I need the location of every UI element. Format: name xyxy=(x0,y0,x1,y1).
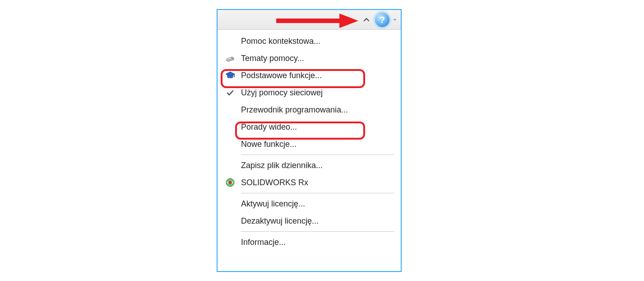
help-menu: Pomoc kontekstowa... Tematy pomocy... xyxy=(218,30,401,253)
menu-item-help-topics[interactable]: Tematy pomocy... xyxy=(218,50,401,67)
blank-icon xyxy=(222,138,238,150)
help-menu-window: ? Pomoc kontekstowa... xyxy=(217,9,402,272)
blank-icon xyxy=(222,35,238,47)
menu-item-video-tips[interactable]: Porady wideo... xyxy=(218,118,401,136)
menu-item-solidworks-rx[interactable]: SOLIDWORKS Rx xyxy=(218,174,401,191)
book-icon xyxy=(222,52,238,65)
menu-separator xyxy=(241,155,394,155)
menu-item-deactivate-license[interactable]: Dezaktywuj licencję... xyxy=(218,212,401,229)
chevron-down-icon xyxy=(393,18,397,22)
menu-item-label: Użyj pomocy sieciowej xyxy=(238,88,323,98)
blank-icon xyxy=(222,121,238,133)
menu-item-basic-functions[interactable]: Podstawowe funkcje... xyxy=(218,67,401,84)
question-mark-icon: ? xyxy=(380,14,385,25)
menu-separator xyxy=(241,231,394,232)
menu-item-programming-guide[interactable]: Przewodnik programowania... xyxy=(218,101,401,118)
help-button[interactable]: ? xyxy=(375,12,390,28)
menu-item-label: Nowe funkcje... xyxy=(238,140,297,149)
blank-icon xyxy=(222,103,238,116)
menu-item-label: Informacje... xyxy=(238,238,286,247)
globe-rx-icon xyxy=(222,176,238,189)
menu-item-label: Zapisz plik dziennika... xyxy=(238,161,323,170)
chevron-up-icon xyxy=(363,16,370,23)
menu-item-label: Porady wideo... xyxy=(238,122,297,132)
svg-point-2 xyxy=(229,181,232,184)
menu-item-label: Aktywuj licencję... xyxy=(238,199,305,209)
graduation-cap-icon xyxy=(222,69,238,82)
menu-item-new-functions[interactable]: Nowe funkcje... xyxy=(218,136,401,153)
blank-icon xyxy=(222,159,238,172)
help-dropdown-button[interactable] xyxy=(392,12,398,28)
blank-icon xyxy=(222,215,238,227)
menu-item-label: Przewodnik programowania... xyxy=(238,105,348,115)
menu-item-label: Tematy pomocy... xyxy=(238,54,304,63)
menu-item-use-web-help[interactable]: Użyj pomocy sieciowej xyxy=(218,84,401,101)
menu-item-activate-license[interactable]: Aktywuj licencję... xyxy=(218,195,401,212)
menu-item-label: Podstawowe funkcje... xyxy=(238,71,322,80)
blank-icon xyxy=(222,236,238,248)
check-icon xyxy=(222,86,238,99)
menu-item-save-log[interactable]: Zapisz plik dziennika... xyxy=(218,157,401,174)
menu-separator xyxy=(241,193,394,193)
menu-item-label: Pomoc kontekstowa... xyxy=(238,37,320,46)
blank-icon xyxy=(222,197,238,210)
menu-item-label: SOLIDWORKS Rx xyxy=(238,178,308,187)
menu-item-help-contextual[interactable]: Pomoc kontekstowa... xyxy=(218,33,401,50)
menu-item-about[interactable]: Informacje... xyxy=(218,234,401,251)
menu-item-label: Dezaktywuj licencję... xyxy=(238,216,319,226)
collapse-button[interactable] xyxy=(361,14,372,25)
toolbar: ? xyxy=(218,10,401,30)
